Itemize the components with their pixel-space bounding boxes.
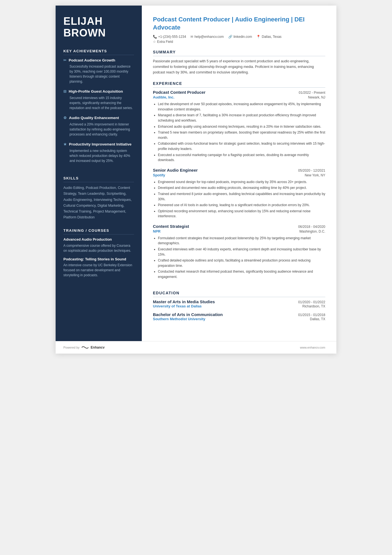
contact-linkedin[interactable]: 🔗 linkedin.com: [228, 35, 252, 39]
exp-company-1: Audible, Inc.: [153, 95, 174, 99]
last-name: BROWN: [63, 27, 134, 39]
training-desc-2: An intensive course by UC Berkeley Exten…: [63, 263, 134, 278]
edu-degree-2: Bachelor of Arts in Communication: [153, 312, 223, 317]
bullet: Managed a diverse team of 7, facilitatin…: [158, 113, 325, 123]
bullet: Trained and mentored 8 junior audio engi…: [158, 191, 325, 202]
edu-school-row-1: University of Texas at Dallas Richardson…: [153, 304, 325, 308]
achievements-title: KEY ACHIEVEMENTS: [63, 49, 134, 55]
training-section: TRAINING / COURSES Advanced Audio Produc…: [63, 228, 134, 282]
achievement-icon-1: ✂: [63, 58, 66, 63]
achievement-item-3: ⚙ Audio Quality Enhancement Achieved a 2…: [63, 115, 134, 137]
email-icon: ✉: [190, 35, 193, 39]
exp-location-1: Newark, NJ: [308, 95, 325, 99]
exp-item-3: Content Strategist 06/2018 - 04/2020 NPR…: [153, 224, 325, 280]
powered-by-text: Powered by: [63, 346, 80, 349]
contact-extra: ☆ Extra Field: [153, 40, 173, 44]
exp-role-3: Content Strategist: [153, 224, 189, 229]
exp-role-1: Podcast Content Producer: [153, 90, 205, 95]
resume-body: ELIJAH BROWN KEY ACHIEVEMENTS ✂ Podcast …: [56, 6, 336, 341]
contact-email: ✉ help@enhancv.com: [190, 35, 224, 39]
edu-item-1: Master of Arts in Media Studies 01/2020 …: [153, 299, 325, 308]
bullet: Executed a successful marketing campaign…: [158, 152, 325, 163]
edu-item-2: Bachelor of Arts in Communication 01/201…: [153, 312, 325, 321]
footer: Powered by Enhancv www.enhancv.com: [56, 341, 336, 354]
achievement-desc-1: Successfully increased podcast audience …: [63, 64, 134, 84]
main-content: Podcast Content Producer | Audio Enginee…: [142, 6, 336, 341]
achievement-title-4: ★ Productivity Improvement Initiative: [63, 142, 134, 147]
exp-item-1: Podcast Content Producer 01/2022 - Prese…: [153, 90, 325, 163]
summary-section: SUMMARY Passionate podcast specialist wi…: [153, 50, 325, 75]
experience-section: EXPERIENCE Podcast Content Producer 01/2…: [153, 81, 325, 284]
edu-location-1: Richardson, TX: [302, 304, 325, 308]
exp-location-3: Washington, D.C.: [299, 230, 325, 233]
summary-title: SUMMARY: [153, 50, 325, 56]
footer-url: www.enhancv.com: [300, 346, 325, 349]
exp-dates-2: 05/2020 - 12/2021: [298, 169, 325, 172]
training-item-1: Advanced Audio Production A comprehensiv…: [63, 237, 134, 253]
footer-powered: Powered by Enhancv: [63, 345, 105, 350]
name-block: ELIJAH BROWN: [63, 16, 134, 39]
achievement-title-3: ⚙ Audio Quality Enhancement: [63, 115, 134, 120]
exp-bullets-1: Led the development of over 50 podcast e…: [153, 102, 325, 163]
achievement-desc-4: Implemented a new scheduling system whic…: [63, 148, 134, 163]
edu-school-1: University of Texas at Dallas: [153, 304, 202, 308]
contact-row-1: 📞 +1-(234)-555-1234 ✉ help@enhancv.com 🔗…: [153, 35, 325, 39]
bullet: Executed interviews with over 40 industr…: [158, 247, 325, 257]
exp-location-2: New York, NY: [305, 173, 325, 177]
training-item-2: Podcasting: Telling Stories in Sound An …: [63, 257, 134, 278]
bullet: Trained 5 new team members on proprietar…: [158, 130, 325, 140]
edu-dates-2: 01/2015 - 01/2018: [298, 313, 325, 317]
skills-title: SKILLS: [63, 176, 134, 182]
achievement-desc-3: Achieved a 20% improvement in listener s…: [63, 122, 134, 137]
bullet: Optimized recording environment setup, e…: [158, 209, 325, 219]
exp-item-2: Senior Audio Engineer 05/2020 - 12/2021 …: [153, 168, 325, 219]
training-title-1: Advanced Audio Production: [63, 237, 134, 242]
experience-title: EXPERIENCE: [153, 81, 325, 88]
extra-text: Extra Field: [157, 40, 173, 44]
bullet: Pioneered use of AI tools in audio tunin…: [158, 203, 325, 208]
edu-school-row-2: Southern Methodist University Dallas, TX: [153, 317, 325, 321]
education-title: EDUCATION: [153, 291, 325, 297]
edu-location-2: Dallas, TX: [310, 317, 325, 321]
summary-text: Passionate podcast specialist with 5 yea…: [153, 58, 325, 75]
exp-company-row-2: Spotify New York, NY: [153, 173, 325, 177]
contact-location: 📍 Dallas, Texas: [256, 35, 281, 39]
bullet: Formulated content strategies that incre…: [158, 236, 325, 246]
bullet: Crafted detailed episode outlines and sc…: [158, 258, 325, 268]
job-title: Podcast Content Producer | Audio Enginee…: [153, 16, 325, 31]
location-icon: 📍: [256, 35, 260, 39]
bullet: Developed and documented new audio editi…: [158, 185, 325, 191]
exp-company-3: NPR: [153, 229, 160, 233]
first-name: ELIJAH: [63, 16, 134, 27]
exp-bullets-2: Engineered sound design for top-rated po…: [153, 179, 325, 219]
achievement-icon-2: ⊟: [63, 89, 66, 94]
training-desc-1: A comprehensive course offered by Course…: [63, 243, 134, 253]
edu-school-2: Southern Methodist University: [153, 317, 205, 321]
exp-role-2: Senior Audio Engineer: [153, 168, 198, 172]
main-header: Podcast Content Producer | Audio Enginee…: [153, 16, 325, 45]
contact-row-2: ☆ Extra Field: [153, 40, 325, 44]
edu-degree-1: Master of Arts in Media Studies: [153, 299, 215, 304]
bullet: Conducted market research that informed …: [158, 269, 325, 279]
phone-text: +1-(234)-555-1234: [158, 35, 186, 39]
achievement-icon-4: ★: [63, 142, 67, 147]
linkedin-text: linkedin.com: [234, 35, 252, 39]
bullet: Collaborated with cross-functional teams…: [158, 141, 325, 151]
bullet: Engineered sound design for top-rated po…: [158, 179, 325, 185]
skills-section: SKILLS Audio Editing, Podcast Production…: [63, 176, 134, 221]
brand-name: Enhancv: [91, 346, 105, 349]
exp-header-3: Content Strategist 06/2018 - 04/2020: [153, 224, 325, 229]
achievement-item-2: ⊟ High-Profile Guest Acquisition Secured…: [63, 89, 134, 110]
exp-company-row-3: NPR Washington, D.C.: [153, 229, 325, 233]
exp-header-1: Podcast Content Producer 01/2022 - Prese…: [153, 90, 325, 95]
education-section: EDUCATION Master of Arts in Media Studie…: [153, 291, 325, 325]
resume-wrapper: ELIJAH BROWN KEY ACHIEVEMENTS ✂ Podcast …: [56, 6, 336, 354]
exp-company-row-1: Audible, Inc. Newark, NJ: [153, 95, 325, 99]
email-text: help@enhancv.com: [194, 35, 224, 39]
skills-text: Audio Editing, Podcast Production, Conte…: [63, 185, 134, 221]
achievement-title-2: ⊟ High-Profile Guest Acquisition: [63, 89, 134, 94]
achievement-item: ✂ Podcast Audience Growth Successfully i…: [63, 58, 134, 84]
achievement-desc-2: Secured interviews with 15 industry expe…: [63, 95, 134, 110]
bullet: Enhanced audio quality using advanced mi…: [158, 124, 325, 129]
sidebar: ELIJAH BROWN KEY ACHIEVEMENTS ✂ Podcast …: [56, 6, 142, 341]
